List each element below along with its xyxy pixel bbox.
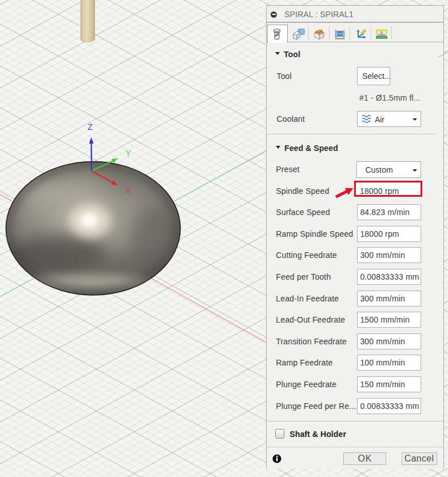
- svg-text:X: X: [125, 185, 131, 195]
- svg-text:Z: Z: [88, 122, 93, 132]
- svg-text:Y: Y: [125, 148, 131, 158]
